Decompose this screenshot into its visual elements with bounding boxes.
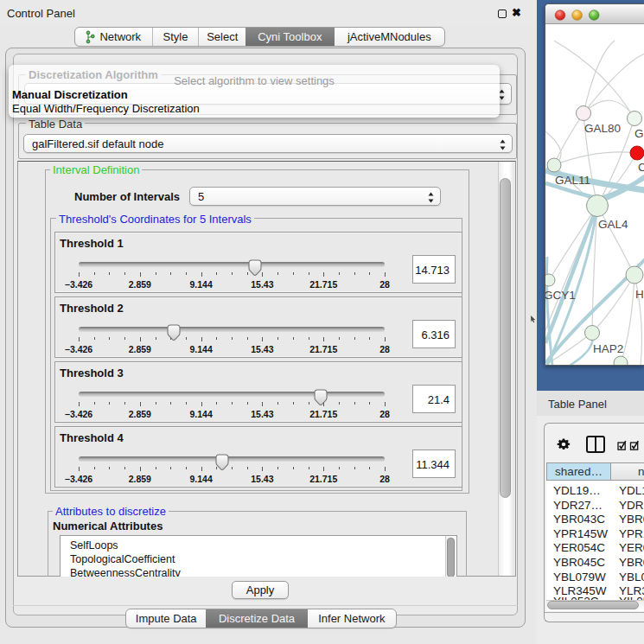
svg-text:HAP2: HAP2 [593, 342, 623, 355]
svg-text:GAL11: GAL11 [555, 174, 590, 187]
svg-text:H: H [635, 288, 644, 301]
svg-text:G…: G… [634, 127, 644, 140]
svg-text:C: C [638, 161, 644, 174]
svg-text:GCY1: GCY1 [545, 289, 576, 302]
svg-text:GAL80: GAL80 [584, 122, 621, 135]
svg-text:GAL4: GAL4 [598, 218, 628, 231]
